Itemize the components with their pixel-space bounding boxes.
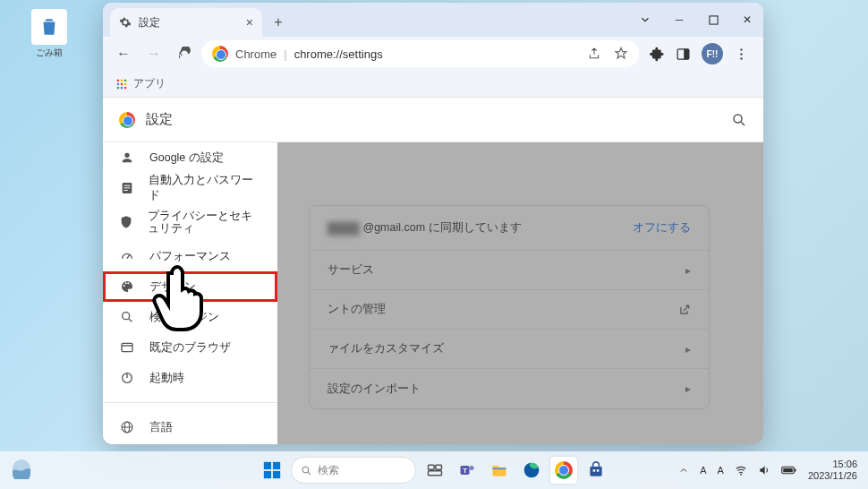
ime-indicator[interactable]: A [700,465,706,476]
browser-tab[interactable]: 設定 × [110,8,262,37]
tab-close-icon[interactable]: × [246,15,253,30]
recycle-bin-icon [31,9,67,45]
svg-point-5 [740,57,743,60]
svg-rect-44 [493,468,506,470]
settings-title: 設定 [146,111,173,128]
close-button[interactable]: ✕ [731,3,763,37]
svg-point-43 [470,466,474,470]
back-button[interactable]: ← [110,40,137,67]
svg-rect-0 [709,15,717,23]
svg-rect-11 [124,82,126,84]
svg-rect-14 [124,86,126,88]
svg-point-49 [740,474,742,476]
gear-icon [119,16,132,29]
svg-rect-51 [795,469,796,472]
new-tab-button[interactable]: + [266,10,291,35]
edge-icon[interactable] [518,457,545,484]
globe-icon [119,419,135,435]
svg-rect-46 [590,467,601,476]
svg-rect-9 [117,82,119,84]
task-view-button[interactable] [421,457,448,484]
chrome-logo-icon [119,112,135,128]
taskbar: 検索 T A A 15:06 2023/11/26 [0,451,868,489]
start-button[interactable] [259,457,285,484]
forward-button[interactable]: → [140,40,167,67]
svg-rect-48 [597,469,600,472]
ime-mode-icon[interactable]: A [718,465,724,476]
svg-rect-52 [783,468,793,473]
svg-rect-10 [121,82,123,84]
search-icon [119,309,135,325]
nav-downloads[interactable]: ダウンロード [103,442,277,444]
extensions-icon[interactable] [650,47,665,62]
svg-point-4 [740,53,743,56]
clock[interactable]: 15:06 2023/11/26 [808,459,857,482]
url-input[interactable]: Chrome | chrome://settings [201,40,639,67]
url-prefix: Chrome [235,47,277,61]
nav-startup[interactable]: 起動時 [103,363,277,393]
settings-header: 設定 [103,98,763,142]
nav-search-engine[interactable]: 検索エンジン [103,302,277,332]
bookmark-icon[interactable] [614,47,628,61]
power-icon [119,370,135,386]
teams-icon[interactable]: T [454,457,481,484]
svg-rect-34 [264,471,271,478]
profile-avatar[interactable]: F!! [702,43,723,64]
nav-language[interactable]: 言語 [103,412,277,442]
store-icon[interactable] [583,457,609,484]
maximize-button[interactable] [697,3,729,37]
shield-icon [119,214,133,230]
nav-privacy[interactable]: プライバシーとセキュリティ [103,203,277,241]
wifi-icon[interactable] [735,464,747,476]
minimize-button[interactable]: ─ [663,3,695,37]
battery-icon[interactable] [781,464,797,476]
content-area: 設定 ████ @gmail.com に同期しています オフにする サービス▸ … [103,98,763,444]
person-icon [119,150,135,166]
svg-point-15 [734,115,742,123]
svg-rect-47 [593,469,596,472]
volume-icon[interactable] [758,464,770,476]
widgets-button[interactable] [11,458,36,483]
share-icon[interactable] [587,47,601,61]
nav-google[interactable]: Google の設定 [103,142,277,173]
browser-icon [119,339,135,356]
svg-rect-2 [684,48,689,58]
svg-point-3 [740,48,743,51]
tab-dropdown-icon[interactable] [629,3,661,37]
svg-rect-12 [117,86,119,88]
settings-search-icon[interactable] [731,112,747,128]
palette-icon [119,279,135,295]
svg-rect-8 [124,79,126,81]
explorer-icon[interactable] [486,457,513,484]
recycle-bin-label: ごみ箱 [27,47,72,59]
side-panel-icon[interactable] [676,47,691,62]
recycle-bin[interactable]: ごみ箱 [27,9,72,59]
svg-rect-23 [122,343,132,351]
settings-sidebar: Google の設定 自動入力とパスワード プライバシーとセキュリティ パフォー… [103,142,277,444]
svg-rect-20 [123,190,127,191]
svg-rect-40 [429,471,442,476]
svg-rect-33 [273,462,280,469]
taskbar-search[interactable]: 検索 [291,457,416,484]
svg-rect-39 [436,465,442,469]
svg-rect-6 [117,79,119,81]
svg-rect-35 [273,471,280,478]
bookmarks-bar: アプリ [103,71,763,98]
nav-appearance[interactable]: デザイン [103,271,277,302]
apps-label[interactable]: アプリ [133,76,166,91]
svg-rect-38 [429,465,435,469]
tray-chevron-icon[interactable] [678,465,689,476]
nav-default-browser[interactable]: 既定のブラウザ [103,332,277,363]
menu-icon[interactable] [734,47,749,62]
nav-performance[interactable]: パフォーマンス [103,241,277,271]
chrome-taskbar-icon[interactable] [550,457,577,484]
svg-line-22 [129,319,132,322]
nav-autofill[interactable]: 自動入力とパスワード [103,173,277,203]
apps-icon[interactable] [115,78,128,90]
svg-line-16 [741,122,745,125]
svg-point-21 [123,313,130,320]
reload-button[interactable] [171,40,198,67]
nav-divider [103,402,277,403]
svg-point-36 [302,467,309,473]
svg-rect-18 [123,185,130,186]
